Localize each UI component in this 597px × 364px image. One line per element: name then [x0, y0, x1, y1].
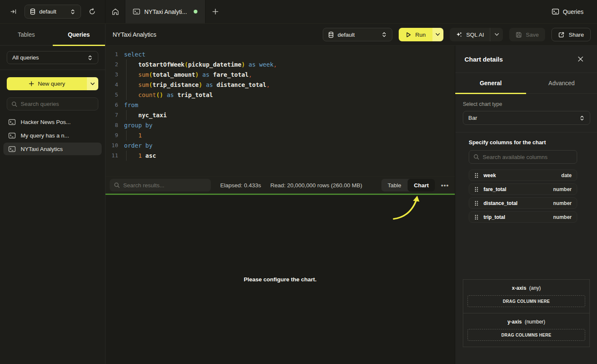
- code-line[interactable]: 11 1 asc: [109, 151, 455, 161]
- line-number: 8: [109, 120, 118, 130]
- columns-search-input[interactable]: [483, 154, 573, 160]
- chart-type-label: Select chart type: [463, 101, 590, 107]
- drag-handle-icon[interactable]: [474, 214, 478, 220]
- column-row[interactable]: trip_totalnumber: [469, 211, 577, 223]
- save-icon: [516, 32, 522, 38]
- query-filter-value: All queries: [12, 54, 84, 61]
- y-axis-label: y-axis: [508, 319, 522, 325]
- line-number: 3: [109, 70, 118, 80]
- more-options-button[interactable]: •••: [441, 182, 449, 189]
- results-search-input[interactable]: [123, 182, 207, 189]
- sql-ai-button[interactable]: SQL AI: [450, 31, 490, 38]
- code-line[interactable]: 6from: [109, 100, 455, 110]
- query-item-label: NYTaxi Analytics: [21, 146, 63, 152]
- page-title: NYTaxi Analytics: [113, 31, 156, 38]
- terminal-icon: [552, 8, 559, 15]
- toolbar-database-select[interactable]: default: [323, 28, 392, 41]
- code-line[interactable]: 3 sum(total_amount) as fare_total,: [109, 70, 455, 80]
- close-icon: [578, 56, 583, 62]
- topbar-left: default: [0, 0, 105, 23]
- queries-nav-label: Queries: [563, 8, 583, 15]
- run-button[interactable]: Run: [399, 28, 432, 41]
- code-text: group by: [124, 120, 152, 130]
- new-tab-button[interactable]: [205, 0, 225, 23]
- save-label: Save: [526, 32, 539, 38]
- unsaved-dot-icon: [194, 10, 197, 13]
- query-list-item[interactable]: Hacker News Pos...: [3, 116, 102, 128]
- topbar-database-select[interactable]: default: [24, 5, 81, 19]
- plus-icon: [29, 81, 34, 86]
- collapse-sidebar-button[interactable]: [8, 7, 19, 16]
- column-type: number: [553, 200, 572, 206]
- x-axis-header: x-axis(any): [467, 285, 585, 291]
- tab-general[interactable]: General: [455, 73, 526, 93]
- new-query-dropdown[interactable]: [87, 77, 98, 90]
- tab-home[interactable]: [105, 0, 125, 23]
- code-text: count() as trip_total: [124, 90, 213, 100]
- search-icon: [114, 182, 120, 188]
- new-query-button[interactable]: New query: [7, 77, 98, 90]
- search-icon: [473, 154, 479, 160]
- chevron-down-icon: [435, 33, 440, 36]
- table-view-button[interactable]: Table: [381, 179, 408, 191]
- column-row[interactable]: weekdate: [469, 170, 577, 181]
- sidebar: Tables Queries All queries New query: [0, 24, 105, 364]
- annotation-arrow-icon: [384, 195, 424, 224]
- chevron-down-icon: [494, 33, 499, 36]
- refresh-button[interactable]: [87, 6, 97, 17]
- query-search-input[interactable]: [21, 101, 94, 107]
- line-number: 4: [109, 80, 118, 90]
- sidebar-tab-tables[interactable]: Tables: [0, 24, 53, 45]
- x-axis-dropzone[interactable]: DRAG COLUMN HERE: [467, 295, 585, 307]
- tab-advanced[interactable]: Advanced: [526, 73, 597, 93]
- run-options-dropdown[interactable]: [432, 28, 443, 41]
- query-item-label: My query has a n...: [21, 132, 69, 139]
- save-button[interactable]: Save: [509, 28, 545, 41]
- column-row[interactable]: fare_totalnumber: [469, 183, 577, 195]
- columns-section: Specify columns for the chart weekdatefa…: [469, 139, 577, 223]
- code-line[interactable]: 9 1: [109, 130, 455, 140]
- code-line[interactable]: 4 sum(trip_distance) as distance_total,: [109, 80, 455, 90]
- y-axis-section: y-axis(number) DRAG COLUMNS HERE: [463, 313, 589, 347]
- query-list: Hacker News Pos...My query has a n...NYT…: [0, 116, 105, 155]
- query-filter-select[interactable]: All queries: [7, 51, 98, 64]
- sidebar-tab-queries[interactable]: Queries: [53, 24, 105, 45]
- y-axis-dropzone[interactable]: DRAG COLUMNS HERE: [467, 329, 585, 341]
- code-text: sum(trip_distance) as distance_total,: [124, 80, 270, 90]
- terminal-icon: [8, 132, 16, 139]
- code-text: toStartOfWeek(pickup_datetime) as week,: [124, 59, 277, 70]
- drag-handle-icon[interactable]: [474, 200, 478, 206]
- terminal-icon: [8, 119, 16, 125]
- sql-editor[interactable]: 1select2 toStartOfWeek(pickup_datetime) …: [105, 46, 455, 176]
- column-type: number: [553, 214, 572, 220]
- code-line[interactable]: 2 toStartOfWeek(pickup_datetime) as week…: [109, 59, 455, 70]
- toolbar-database-value: default: [338, 32, 378, 38]
- drag-handle-icon[interactable]: [474, 173, 478, 178]
- code-line[interactable]: 5 count() as trip_total: [109, 90, 455, 100]
- chart-type-select[interactable]: Bar: [463, 111, 590, 125]
- new-query-main[interactable]: New query: [7, 77, 87, 90]
- x-axis-section: x-axis(any) DRAG COLUMN HERE: [463, 280, 589, 313]
- code-line[interactable]: 8group by: [109, 120, 455, 130]
- tab-nytaxi-analytics[interactable]: NYTaxi Analyti...: [125, 0, 205, 23]
- y-axis-header: y-axis(number): [467, 319, 585, 325]
- close-panel-button[interactable]: [576, 54, 585, 64]
- topbar-database-value: default: [39, 8, 66, 15]
- x-axis-constraint: (any): [529, 285, 540, 291]
- drag-handle-icon[interactable]: [474, 186, 478, 192]
- code-line[interactable]: 10order by: [109, 140, 455, 151]
- query-list-item[interactable]: NYTaxi Analytics: [3, 143, 102, 155]
- code-line[interactable]: 7 nyc_taxi: [109, 110, 455, 120]
- new-query-label: New query: [38, 81, 65, 87]
- code-line[interactable]: 1select: [109, 49, 455, 59]
- column-row[interactable]: distance_totalnumber: [469, 197, 577, 209]
- sql-ai-dropdown[interactable]: [490, 33, 503, 36]
- ellipsis-icon: •••: [441, 182, 449, 189]
- share-button[interactable]: Share: [551, 28, 591, 41]
- panel-body: Select chart type Bar Specify columns fo…: [455, 94, 597, 223]
- chart-empty-message: Please configure the chart.: [105, 276, 455, 283]
- queries-nav-button[interactable]: Queries: [552, 0, 597, 23]
- chart-view-button[interactable]: Chart: [408, 179, 435, 191]
- code-text: sum(total_amount) as fare_total,: [124, 70, 252, 80]
- query-list-item[interactable]: My query has a n...: [3, 129, 102, 142]
